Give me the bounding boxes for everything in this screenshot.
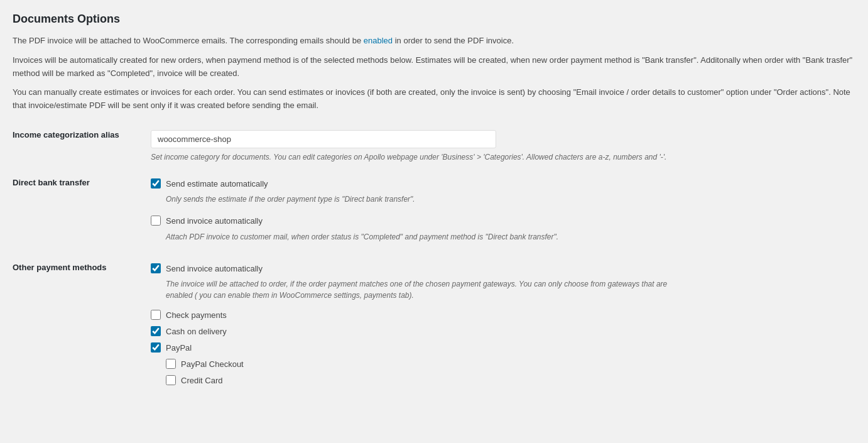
paypal-checkbox[interactable] — [151, 342, 161, 353]
direct-bank-transfer-cell: Send estimate automatically Only sends t… — [151, 170, 855, 255]
description-line2: Invoices will be automatically created f… — [13, 54, 855, 80]
direct-bank-transfer-row: Direct bank transfer Send estimate autom… — [13, 170, 855, 255]
paypal-label[interactable]: PayPal — [166, 343, 192, 353]
description-line1: The PDF invoice will be attached to WooC… — [13, 35, 855, 48]
payment-method-cash-on-delivery: Cash on delivery — [151, 326, 855, 336]
send-invoice-other-desc: The invoice will be attached to order, i… — [166, 278, 681, 301]
send-invoice-other-block: Send invoice automatically The invoice w… — [151, 263, 855, 302]
payment-method-check-payments: Check payments — [151, 310, 855, 320]
payment-methods-list: Check payments Cash on delivery PayPal P… — [151, 310, 855, 385]
income-alias-cell: Set income category for documents. You c… — [151, 123, 855, 170]
send-invoice-direct-desc: Attach PDF invoice to customer mail, whe… — [166, 231, 681, 243]
description-line3: You can manually create estimates or inv… — [13, 86, 855, 112]
income-alias-label: Income categorization alias — [13, 123, 151, 170]
credit-card-label[interactable]: Credit Card — [181, 376, 222, 385]
send-estimate-row: Send estimate automatically — [151, 178, 855, 190]
send-invoice-direct-row: Send invoice automatically — [151, 215, 855, 227]
payment-method-paypal: PayPal — [151, 342, 855, 353]
income-alias-input[interactable] — [151, 130, 496, 148]
income-alias-desc: Set income category for documents. You c… — [151, 151, 691, 163]
other-payment-label: Other payment methods — [13, 255, 151, 400]
send-estimate-desc: Only sends the estimate if the order pay… — [166, 194, 681, 205]
send-invoice-other-checkbox[interactable] — [151, 263, 161, 273]
send-invoice-other-label[interactable]: Send invoice automatically — [166, 263, 263, 275]
send-invoice-other-row: Send invoice automatically — [151, 263, 855, 275]
other-payment-row: Other payment methods Send invoice autom… — [13, 255, 855, 400]
send-estimate-block: Send estimate automatically Only sends t… — [151, 178, 855, 205]
payment-method-paypal-checkout: PayPal Checkout — [166, 359, 855, 369]
cash-on-delivery-label[interactable]: Cash on delivery — [166, 327, 227, 336]
income-alias-row: Income categorization alias Set income c… — [13, 123, 855, 170]
paypal-checkout-label[interactable]: PayPal Checkout — [181, 359, 244, 369]
page-title: Documents Options — [13, 13, 855, 26]
enabled-link[interactable]: enabled — [364, 36, 393, 45]
other-payment-cell: Send invoice automatically The invoice w… — [151, 255, 855, 400]
send-invoice-direct-label[interactable]: Send invoice automatically — [166, 215, 263, 227]
form-table: Income categorization alias Set income c… — [13, 123, 855, 400]
send-estimate-label[interactable]: Send estimate automatically — [166, 178, 268, 190]
check-payments-label[interactable]: Check payments — [166, 310, 227, 320]
payment-method-credit-card: Credit Card — [166, 375, 855, 385]
cash-on-delivery-checkbox[interactable] — [151, 326, 161, 336]
check-payments-checkbox[interactable] — [151, 310, 161, 320]
credit-card-checkbox[interactable] — [166, 375, 176, 385]
direct-bank-transfer-label: Direct bank transfer — [13, 170, 151, 255]
send-invoice-direct-checkbox[interactable] — [151, 216, 161, 226]
send-invoice-direct-block: Send invoice automatically Attach PDF in… — [151, 215, 855, 243]
paypal-checkout-checkbox[interactable] — [166, 359, 176, 369]
send-estimate-checkbox[interactable] — [151, 178, 161, 189]
